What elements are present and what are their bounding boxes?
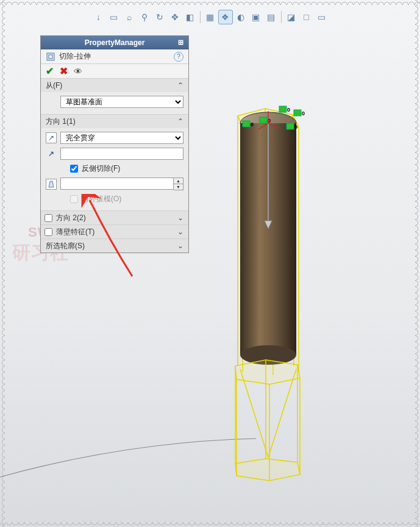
svg-text:0: 0 [287,107,290,113]
draft-angle-spinner[interactable]: ▲▼ [60,177,183,190]
svg-rect-31 [294,110,301,116]
toolbar-separator [200,11,201,23]
draft-outward-label: 向外拔模(O) [82,194,121,204]
svg-marker-13 [235,360,300,384]
section-header-thin[interactable]: 薄壁特征(T) ⌄ [41,225,188,238]
section-thin: 薄壁特征(T) ⌄ [41,225,188,239]
section-label-direction1: 方向 1(1) [46,117,76,127]
dimension-marker[interactable]: 0 [287,123,297,130]
section-icon[interactable]: ▦ [203,10,218,24]
panel-header: PropertyManager ⊞ [41,36,188,49]
hide-show-icon[interactable]: ▤ [264,10,279,24]
zoom-area-icon[interactable]: ⚲ [137,10,152,24]
svg-marker-2 [49,181,54,187]
svg-marker-14 [235,459,300,481]
dimension-marker[interactable]: 0 [260,117,271,124]
section-direction2: 方向 2(2) ⌄ [41,211,188,225]
svg-text:0: 0 [302,110,305,117]
pin-icon[interactable]: ⊞ [175,37,186,48]
zoom-fit-icon[interactable]: ⌕ [122,10,137,24]
svg-text:0: 0 [251,121,254,127]
panel-gear-icon [43,37,54,48]
flip-side-label: 反侧切除(F) [82,163,120,174]
feature-name-label: 切除-拉伸 [59,51,91,62]
cut-extrude-icon [46,52,55,62]
flip-side-checkbox[interactable] [70,165,78,173]
panel-title: PropertyManager [54,38,175,47]
blank-icon [46,96,57,107]
chevron-up-icon: ⌃ [177,81,183,90]
dimension-marker[interactable]: 0 [279,106,290,113]
chevron-down-icon: ⌄ [177,213,183,222]
property-manager-panel: PropertyManager ⊞ 切除-拉伸 ? ✔ ✖ 👁 从(F) ⌃ 草… [40,35,189,253]
pan-icon[interactable]: ✥ [168,10,182,24]
svg-rect-27 [260,117,267,123]
render-icon[interactable]: □ [299,10,314,24]
arrow-down-icon[interactable]: ↓ [91,10,106,24]
reverse-direction-icon[interactable]: ↗ [46,132,57,143]
chevron-up-icon: ⌃ [177,117,183,126]
view-orient-icon[interactable]: ▣ [249,10,263,24]
cancel-icon[interactable]: ✖ [60,65,68,77]
screen-icon[interactable]: ▭ [315,10,329,24]
appearance-icon[interactable]: ◪ [284,10,299,24]
draft-icon[interactable] [46,179,57,190]
draft-outward-checkbox [70,195,78,203]
end-condition-select[interactable]: 完全贯穿 [60,132,183,144]
svg-rect-29 [279,106,287,112]
section-header-contours[interactable]: 所选轮廓(S) ⌄ [41,239,188,253]
direction-vector-input[interactable] [60,148,183,160]
section-label-direction2: 方向 2(2) [56,213,86,223]
ok-icon[interactable]: ✔ [46,65,54,77]
direction-arrow-icon: ↗ [46,148,57,159]
from-select[interactable]: 草图基准面 [60,96,183,108]
svg-rect-25 [243,121,250,127]
help-icon[interactable]: ? [174,52,183,62]
section-direction1: 方向 1(1) ⌃ ↗ 完全贯穿 ↗ 反侧切除(F) [41,115,188,211]
chevron-down-icon: ⌄ [177,228,183,236]
feature-name-row: 切除-拉伸 ? [41,49,188,64]
section-from: 从(F) ⌃ 草图基准面 [41,79,188,115]
dimension-marker[interactable]: 0 [243,121,254,127]
scene-icon[interactable]: ❖ [218,10,233,24]
direction2-checkbox[interactable] [44,214,52,222]
svg-rect-1 [49,55,52,59]
section-header-from[interactable]: 从(F) ⌃ [41,79,188,92]
spin-up-icon[interactable]: ▲ [174,178,183,184]
section-label-from: 从(F) [46,81,62,91]
chevron-down-icon: ⌄ [177,242,183,250]
thin-feature-checkbox[interactable] [44,228,52,236]
rect-select-icon[interactable]: ▭ [107,10,121,24]
section-header-direction2[interactable]: 方向 2(2) ⌄ [41,211,188,224]
toolbar-separator [281,11,282,23]
dimension-marker[interactable]: 0 [294,110,305,117]
confirm-row: ✔ ✖ 👁 [41,64,188,79]
section-label-thin: 薄壁特征(T) [56,227,94,237]
section-header-direction1[interactable]: 方向 1(1) ⌃ [41,115,188,128]
rotate-view-icon[interactable]: ↻ [152,10,167,24]
main-toolbar: ↓ ▭ ⌕ ⚲ ↻ ✥ ◧ ▦ ❖ ◐ ▣ ▤ ◪ □ ▭ [0,10,420,27]
draft-angle-input[interactable] [60,177,174,190]
svg-rect-33 [287,123,294,129]
preview-eye-icon[interactable]: 👁 [74,66,82,76]
shadow-icon[interactable]: ◐ [233,10,248,24]
spin-down-icon[interactable]: ▼ [174,184,183,190]
svg-text:0: 0 [294,124,297,130]
section-label-contours: 所选轮廓(S) [46,241,85,251]
model-preview: 0 0 0 0 0 [207,98,341,494]
display-style-icon[interactable]: ◧ [183,10,198,24]
section-contours: 所选轮廓(S) ⌄ [41,239,188,253]
